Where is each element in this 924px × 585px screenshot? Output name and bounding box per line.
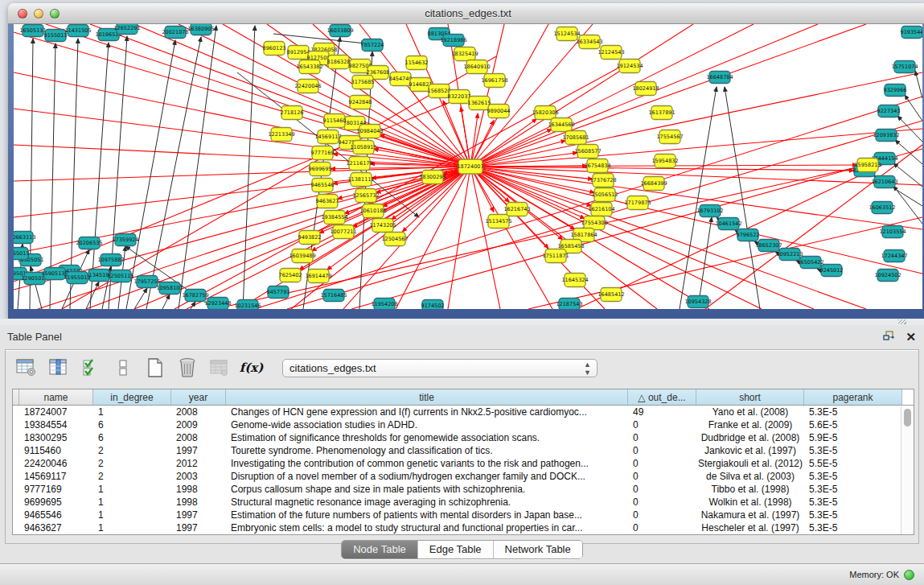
cell-short[interactable]: Yano et al. (2008) (696, 406, 804, 418)
column-header-in_degree[interactable]: in_degree (93, 389, 171, 405)
cell-in_degree[interactable]: 1 (93, 496, 171, 508)
table-settings-icon[interactable] (15, 357, 37, 379)
panel-divider[interactable] (0, 319, 924, 325)
table-row[interactable]: 1830029562008Estimation of significance … (13, 431, 914, 444)
cell-in_degree[interactable]: 1 (93, 509, 171, 521)
cell-in_degree[interactable]: 2 (93, 445, 171, 456)
cell-year[interactable]: 2008 (171, 406, 226, 418)
table-source-combobox[interactable]: citations_edges.txt ▲▼ (282, 359, 598, 377)
cell-short[interactable]: Stergiakouli et al. (2012) (696, 458, 804, 469)
cell-in_degree[interactable]: 2 (93, 458, 171, 469)
network-canvas[interactable]: 1650513191550131143150510196515126522912… (14, 24, 922, 309)
memory-ok-indicator-icon[interactable] (904, 570, 914, 580)
cell-short[interactable]: Hescheler et al. (1997) (696, 522, 804, 534)
cell-title[interactable]: Tourette syndrome. Phenomenology and cla… (226, 445, 628, 456)
cell-title[interactable]: Corpus callosum shape and size in male p… (226, 484, 628, 495)
table-row[interactable]: 1456911722003Disruption of a novel membe… (13, 470, 914, 483)
column-header-pagerank[interactable]: pagerank (804, 389, 902, 405)
cell-pagerank[interactable]: 5.3E-5 (804, 471, 902, 482)
cell-pagerank[interactable]: 5.3E-5 (804, 496, 902, 508)
cell-out_degree[interactable]: 0 (628, 445, 696, 456)
scrollbar-thumb[interactable] (904, 409, 911, 426)
cell-out_degree[interactable]: 0 (628, 496, 696, 508)
cell-pagerank[interactable]: 5.9E-5 (804, 432, 902, 443)
table-row[interactable]: 1938455462009Genome-wide association stu… (13, 418, 914, 431)
network-window-titlebar[interactable]: citations_edges.txt (8, 3, 924, 24)
cell-title[interactable]: Structural magnetic resonance image aver… (226, 496, 628, 508)
cell-out_degree[interactable]: 0 (628, 484, 696, 495)
cell-title[interactable]: Estimation of significance thresholds fo… (226, 432, 628, 443)
cell-in_degree[interactable]: 1 (93, 522, 171, 534)
cell-short[interactable]: Jankovic et al. (1997) (696, 445, 804, 456)
cell-title[interactable]: Estimation of the future numbers of pati… (226, 509, 628, 521)
cell-in_degree[interactable]: 6 (93, 419, 171, 431)
table-row[interactable]: 969969511998Structural magnetic resonanc… (13, 496, 914, 509)
cell-out_degree[interactable]: 49 (628, 406, 696, 418)
cell-name[interactable]: 22420046 (19, 458, 93, 469)
cell-pagerank[interactable]: 5.5E-5 (804, 458, 902, 469)
deselect-all-icon[interactable] (112, 357, 133, 379)
cell-short[interactable]: Tibbo et al. (1998) (696, 484, 804, 495)
cell-year[interactable]: 2009 (171, 419, 226, 431)
cell-pagerank[interactable]: 5.3E-5 (804, 406, 902, 418)
cell-in_degree[interactable]: 6 (93, 432, 171, 443)
float-window-icon[interactable] (883, 330, 894, 344)
column-header-title[interactable]: title (226, 389, 628, 405)
cell-name[interactable]: 19384554 (19, 419, 93, 431)
cell-pagerank[interactable]: 5.6E-5 (804, 419, 902, 431)
table-row[interactable]: 946362711997Embryonic stem cells: a mode… (13, 521, 914, 534)
tab-edge-table[interactable]: Edge Table (418, 541, 494, 558)
cell-pagerank[interactable]: 5.3E-5 (804, 509, 902, 521)
function-builder-icon[interactable]: f(x) (240, 357, 262, 379)
cell-name[interactable]: 18300295 (19, 432, 93, 443)
column-header-out_degree[interactable]: △ out_de... (628, 389, 696, 405)
cell-pagerank[interactable]: 5.3E-5 (804, 484, 902, 495)
cell-out_degree[interactable]: 0 (628, 458, 696, 469)
table-row[interactable]: 2242004622012Investigating the contribut… (13, 457, 914, 470)
table-row[interactable]: 946554611997Estimation of the future num… (13, 509, 914, 521)
cell-name[interactable]: 9115460 (19, 445, 93, 456)
node-table[interactable]: namein_degreeyeartitle△ out_de...shortpa… (12, 389, 914, 535)
table-body[interactable]: 1872400712008Changes of HCN gene express… (13, 406, 914, 534)
cell-year[interactable]: 2008 (171, 432, 226, 443)
close-panel-icon[interactable]: ✕ (906, 332, 916, 343)
cell-year[interactable]: 1997 (171, 522, 226, 534)
cell-title[interactable]: Disruption of a novel member of a sodium… (226, 471, 628, 482)
cell-name[interactable]: 9463627 (19, 522, 93, 534)
cell-year[interactable]: 1997 (171, 509, 226, 521)
new-column-icon[interactable] (144, 357, 166, 379)
cell-short[interactable]: Dudbridge et al. (2008) (696, 432, 804, 443)
cell-in_degree[interactable]: 1 (93, 406, 171, 418)
table-row[interactable]: 1872400712008Changes of HCN gene express… (13, 406, 914, 418)
cell-in_degree[interactable]: 2 (93, 471, 171, 482)
cell-name[interactable]: 18724007 (19, 406, 93, 418)
cell-name[interactable]: 9777169 (19, 484, 93, 495)
network-graph[interactable]: 1650513191550131143150510196515126522912… (14, 24, 922, 309)
divider-resize-grip-icon[interactable] (898, 319, 906, 324)
cell-out_degree[interactable]: 0 (628, 522, 696, 534)
cell-title[interactable]: Changes of HCN gene expression and I(f) … (226, 406, 628, 418)
cell-year[interactable]: 1998 (171, 484, 226, 495)
cell-title[interactable]: Genome-wide association studies in ADHD. (226, 419, 628, 431)
tab-network-table[interactable]: Network Table (494, 541, 582, 558)
cell-in_degree[interactable]: 1 (93, 484, 171, 495)
column-chooser-icon[interactable] (47, 357, 69, 379)
cell-year[interactable]: 2012 (171, 458, 226, 469)
table-header-row[interactable]: namein_degreeyeartitle△ out_de...shortpa… (13, 389, 914, 406)
cell-short[interactable]: de Silva et al. (2003) (696, 471, 804, 482)
select-all-icon[interactable] (80, 357, 101, 379)
vertical-scrollbar[interactable] (901, 406, 914, 534)
delete-column-icon[interactable] (176, 357, 198, 379)
column-header-name[interactable]: name (19, 389, 93, 405)
column-header-year[interactable]: year (171, 389, 226, 405)
column-header-short[interactable]: short (696, 389, 804, 405)
cell-year[interactable]: 1998 (171, 496, 226, 508)
cell-out_degree[interactable]: 0 (628, 419, 696, 431)
cell-name[interactable]: 9465546 (19, 509, 93, 521)
cell-year[interactable]: 1997 (171, 445, 226, 456)
cell-out_degree[interactable]: 0 (628, 471, 696, 482)
cell-name[interactable]: 14569117 (19, 471, 93, 482)
column-header-gutter[interactable] (13, 389, 19, 405)
cell-pagerank[interactable]: 5.3E-5 (804, 445, 902, 456)
cell-name[interactable]: 9699695 (19, 496, 93, 508)
